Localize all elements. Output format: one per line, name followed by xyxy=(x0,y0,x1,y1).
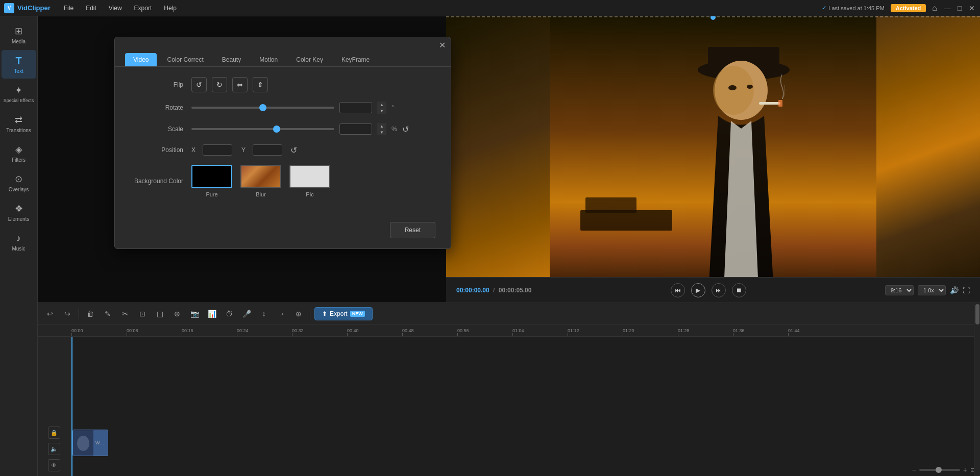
sidebar-item-elements[interactable]: ❖ Elements xyxy=(2,198,36,227)
aspect-ratio-select[interactable]: 9:16 xyxy=(885,285,914,295)
play-pause-button[interactable]: ▶ xyxy=(691,283,705,297)
ruler-mark-10: 01:20 xyxy=(622,329,677,336)
scale-decrement-button[interactable]: ▼ xyxy=(377,129,386,135)
sidebar-item-media[interactable]: ⊞ Media xyxy=(2,20,36,49)
tab-beauty[interactable]: Beauty xyxy=(214,53,249,66)
ruler-mark-0: 00:00 xyxy=(70,329,126,336)
sidebar-item-special-effects[interactable]: ✦ Special Effects xyxy=(2,80,36,108)
rotate-increment-button[interactable]: ▲ xyxy=(377,102,386,108)
skip-back-button[interactable]: ⏮ xyxy=(671,283,685,297)
edit-button[interactable]: ✎ xyxy=(101,307,115,321)
modal-close-button[interactable]: ✕ xyxy=(439,40,446,50)
position-y-input[interactable]: 0 xyxy=(253,144,282,156)
scale-slider[interactable] xyxy=(191,128,334,130)
timer-button[interactable]: ⏱ xyxy=(222,307,236,321)
menu-file[interactable]: File xyxy=(59,3,79,13)
adjust-button[interactable]: ↕ xyxy=(257,307,271,321)
menu-help[interactable]: Help xyxy=(159,3,182,13)
flip-ccw-button[interactable]: ↺ xyxy=(191,77,207,92)
zoom-thumb[interactable] xyxy=(936,467,942,473)
zoom-out-button[interactable]: − xyxy=(912,466,916,474)
timeline-ruler: 00:00 00:08 00:16 00:24 xyxy=(38,324,980,337)
scale-value-input[interactable]: 120.6 xyxy=(339,123,372,135)
detach-button[interactable]: ⊡ xyxy=(135,307,150,321)
modal-footer: Reset xyxy=(115,217,451,248)
rotate-decrement-button[interactable]: ▼ xyxy=(377,108,386,114)
rotate-spin-group: ▲ ▼ xyxy=(377,102,386,114)
app-logo-icon: V xyxy=(4,3,14,13)
flip-horizontal-button[interactable]: ⇔ xyxy=(232,77,248,92)
bg-swatch-blur[interactable] xyxy=(240,165,281,188)
export-button[interactable]: ⬆ Export NEW xyxy=(314,307,373,320)
content-area: ✕ Video Color Correct Beauty Motion Colo… xyxy=(38,16,980,476)
menu-bar: File Edit View Export Help xyxy=(59,3,182,13)
timeline-scrollbar[interactable] xyxy=(974,303,980,476)
flip-controls: ↺ ↻ ⇔ ⇕ xyxy=(191,77,435,92)
home-icon[interactable]: ⌂ xyxy=(932,4,937,13)
zoom-track[interactable] xyxy=(919,469,960,471)
scale-row: Scale 120.6 ▲ ▼ % ↺ xyxy=(130,123,435,135)
position-x-input[interactable]: -33 xyxy=(203,144,232,156)
delete-button[interactable]: 🗑 xyxy=(83,307,97,321)
sidebar-item-filters[interactable]: ◈ Filters xyxy=(2,139,36,167)
audio-record-button[interactable]: 🎤 xyxy=(239,307,254,321)
snapshot-button[interactable]: 📷 xyxy=(187,307,202,321)
tab-video[interactable]: Video xyxy=(125,53,157,66)
track-visibility-button[interactable]: 👁 xyxy=(48,459,60,471)
crop-button[interactable]: ◫ xyxy=(153,307,167,321)
preview-canvas xyxy=(446,16,980,302)
redo-button[interactable]: ↪ xyxy=(60,307,75,321)
flip-cw-button[interactable]: ↻ xyxy=(212,77,227,92)
tab-color-key[interactable]: Color Key xyxy=(288,53,331,66)
clip-thumbnail xyxy=(73,430,93,456)
zoom-in-button[interactable]: + xyxy=(963,466,967,474)
save-check-icon: ✓ xyxy=(822,5,826,11)
win-minimize-button[interactable]: — xyxy=(943,4,951,12)
flip-vertical-button[interactable]: ⇕ xyxy=(253,77,268,92)
scale-reset-button[interactable]: ↺ xyxy=(402,124,409,134)
win-maximize-button[interactable]: □ xyxy=(955,4,964,12)
rotate-slider[interactable] xyxy=(191,107,334,109)
track-lock-button[interactable]: 🔒 xyxy=(48,427,60,439)
video-clip[interactable]: Wallpape... xyxy=(72,430,108,456)
add-media-button[interactable]: ⊕ xyxy=(170,307,184,321)
skip-forward-button[interactable]: ⏭ xyxy=(712,283,726,297)
playhead[interactable] xyxy=(71,337,72,476)
menu-view[interactable]: View xyxy=(104,3,127,13)
scale-increment-button[interactable]: ▲ xyxy=(377,123,386,129)
ruler-mark-13: 01:44 xyxy=(787,329,842,336)
win-close-button[interactable]: ✕ xyxy=(968,4,976,12)
sidebar-item-text[interactable]: T Text xyxy=(2,50,36,79)
bg-option-pic[interactable]: Pic xyxy=(289,165,330,197)
modal-body: Flip ↺ ↻ ⇔ ⇕ Rotate 0 ▲ xyxy=(115,77,451,217)
rotate-value-input[interactable]: 0 xyxy=(339,102,372,113)
zoom-level-select[interactable]: 1.0x xyxy=(918,285,946,295)
rotate-unit: ° xyxy=(391,104,394,111)
sidebar-item-music[interactable]: ♪ Music xyxy=(2,228,36,256)
track-mute-button[interactable]: 🔈 xyxy=(48,443,60,455)
sidebar-item-transitions[interactable]: ⇄ Transitions xyxy=(2,109,36,138)
tab-color-correct[interactable]: Color Correct xyxy=(159,53,211,66)
bg-option-blur[interactable]: Blur xyxy=(240,165,281,197)
reset-button[interactable]: Reset xyxy=(390,222,435,238)
split-button[interactable]: ✂ xyxy=(118,307,132,321)
tab-keyframe[interactable]: KeyFrame xyxy=(333,53,378,66)
sidebar-item-overlays[interactable]: ⊙ Overlays xyxy=(2,168,36,197)
bg-swatch-pure[interactable] xyxy=(191,165,232,188)
menu-edit[interactable]: Edit xyxy=(81,3,102,13)
position-reset-button[interactable]: ↺ xyxy=(290,145,297,155)
preview-image xyxy=(446,16,980,302)
undo-button[interactable]: ↩ xyxy=(43,307,57,321)
volume-icon[interactable]: 🔊 xyxy=(950,286,959,294)
menu-export[interactable]: Export xyxy=(129,3,157,13)
chart-button[interactable]: 📊 xyxy=(205,307,219,321)
titlebar-right: ✓ Last saved at 1:45 PM Activated ⌂ — □ … xyxy=(822,4,976,13)
add-track-button[interactable]: ⊕ xyxy=(291,307,306,321)
stop-button[interactable]: ⏹ xyxy=(732,283,746,297)
bg-option-pure[interactable]: Pure xyxy=(191,165,232,197)
tab-motion[interactable]: Motion xyxy=(251,53,286,66)
fullscreen-icon[interactable]: ⛶ xyxy=(963,286,970,294)
advance-button[interactable]: → xyxy=(274,307,288,321)
timeline-scroll-thumb[interactable] xyxy=(975,304,979,324)
bg-swatch-pic[interactable] xyxy=(289,165,330,188)
